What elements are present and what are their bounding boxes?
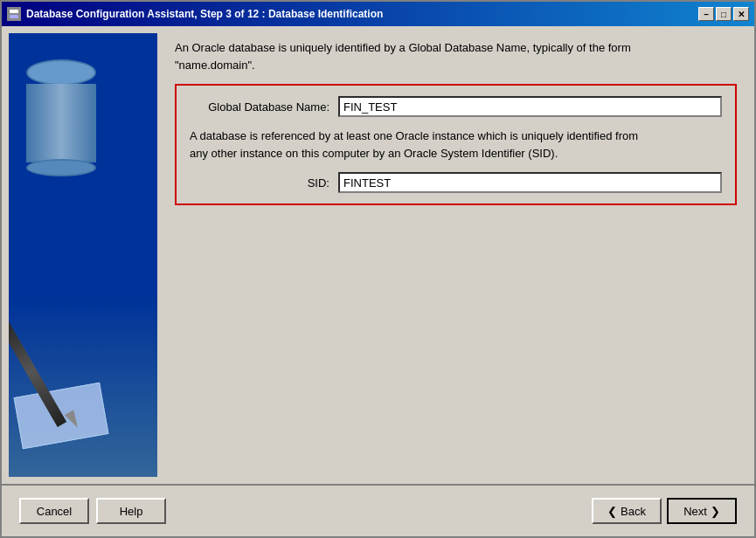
close-button[interactable]: ✕ <box>733 7 749 21</box>
form-section: Global Database Name: A database is refe… <box>175 84 737 205</box>
help-button[interactable]: Help <box>96 498 166 524</box>
intro-text: An Oracle database is uniquely identifie… <box>175 39 737 73</box>
sid-label: SID: <box>190 176 329 190</box>
sid-input[interactable] <box>338 172 722 193</box>
sid-row: SID: <box>190 172 722 193</box>
bottom-right-buttons: ❮ Back Next ❯ <box>592 498 737 524</box>
window-title: Database Configuration Assistant, Step 3… <box>26 8 698 20</box>
intro-line1: An Oracle database is uniquely identifie… <box>175 41 631 54</box>
sid-description: A database is referenced by at least one… <box>190 128 722 162</box>
intro-line2: "name.domain". <box>175 59 255 72</box>
back-button[interactable]: ❮ Back <box>592 498 662 524</box>
back-label: Back <box>621 505 646 518</box>
title-bar: Database Configuration Assistant, Step 3… <box>2 2 754 26</box>
right-panel: An Oracle database is uniquely identifie… <box>157 26 754 484</box>
main-window: Database Configuration Assistant, Step 3… <box>0 0 756 538</box>
bottom-left-buttons: Cancel Help <box>19 498 166 524</box>
global-db-label: Global Database Name: <box>190 100 329 114</box>
cancel-button[interactable]: Cancel <box>19 498 89 524</box>
next-button[interactable]: Next ❯ <box>667 498 737 524</box>
cylinder-top <box>26 59 96 86</box>
app-icon <box>7 7 21 21</box>
bottom-bar: Cancel Help ❮ Back Next ❯ <box>2 484 754 536</box>
content-area: An Oracle database is uniquely identifie… <box>2 26 754 484</box>
sid-desc-line2: any other instance on this computer by a… <box>190 147 558 160</box>
minimize-button[interactable]: – <box>698 7 714 21</box>
svg-rect-2 <box>10 15 18 18</box>
global-db-row: Global Database Name: <box>190 96 722 117</box>
maximize-button[interactable]: □ <box>716 7 732 21</box>
svg-rect-1 <box>10 10 18 13</box>
database-icon <box>26 59 96 164</box>
next-label: Next <box>683 505 707 518</box>
cylinder-bottom <box>26 159 96 176</box>
global-db-input[interactable] <box>338 96 722 117</box>
window-controls: – □ ✕ <box>698 7 749 21</box>
illustration-panel <box>9 33 157 477</box>
back-arrow-icon: ❮ <box>607 505 617 518</box>
illustration <box>9 33 157 477</box>
cylinder-body <box>26 84 96 162</box>
sid-desc-line1: A database is referenced by at least one… <box>190 129 638 142</box>
next-arrow-icon: ❯ <box>711 505 720 518</box>
